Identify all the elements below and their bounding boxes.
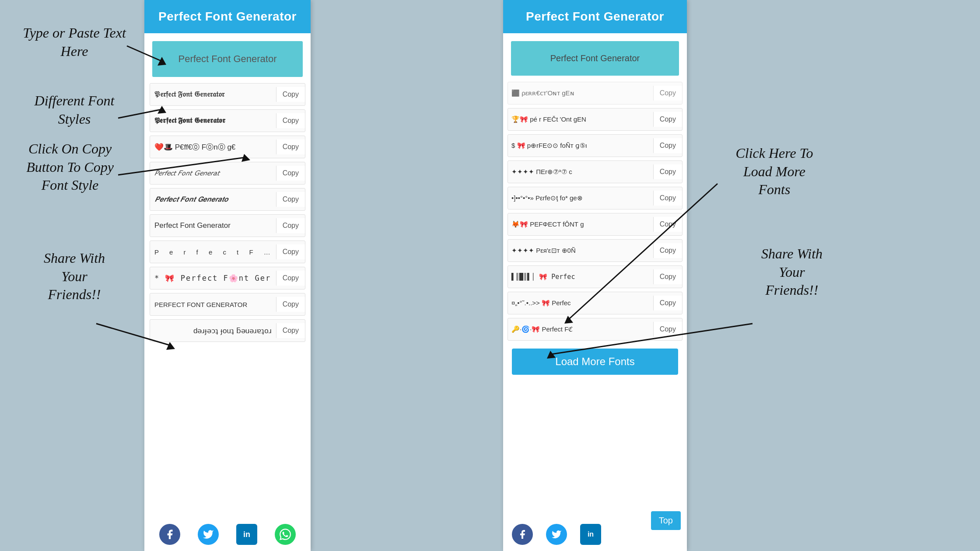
font-text: ▌║█║▌│ 🎀 Perfec <box>508 270 653 283</box>
right-phone-panel: Perfect Font Generator ⬛ ρεʀʀ€ᴄт'Оɴт gЕɴ… <box>503 0 687 551</box>
right-text-input[interactable] <box>511 41 679 76</box>
font-row: ¤„•°˜.•..>> 🎀 Perfec Copy <box>508 292 682 314</box>
copy-button[interactable]: Copy <box>276 139 305 154</box>
copy-button[interactable]: Copy <box>653 138 682 153</box>
annotation-load-more: Click Here ToLoad MoreFonts <box>718 144 831 199</box>
font-row: * 🎀 Perfect F🌸nt Ger Copy <box>150 267 305 289</box>
font-row: 𝔓𝔢𝔯𝔣𝔢𝔠𝔱 𝔉𝔬𝔫𝔱 𝔊𝔢𝔫𝔢𝔯𝔞𝔱𝔬𝔯 Copy <box>150 83 305 106</box>
font-text: 🏆🎀 pé r FEČt 'Оnt gЕN <box>508 113 653 126</box>
facebook-share-button[interactable] <box>159 524 180 545</box>
font-row: 𝘗𝘦𝘳𝘧𝘦𝘤𝘵 𝘍𝘰𝘯𝘵 𝘎𝘦𝘯𝘦𝘳𝘢𝘵 Copy <box>150 162 305 185</box>
right-twitter-button[interactable] <box>546 524 567 545</box>
font-text: PERFECT FONT GENERATOR <box>150 297 276 312</box>
left-phone-panel: Perfect Font Generator 𝔓𝔢𝔯𝔣𝔢𝔠𝔱 𝔉𝔬𝔫𝔱 𝔊𝔢𝔫𝔢… <box>144 0 311 551</box>
font-row: ▌║█║▌│ 🎀 Perfec Copy <box>508 265 682 288</box>
font-text: P e r f e c t F o n t <box>150 245 276 259</box>
copy-button[interactable]: Copy <box>653 191 682 206</box>
font-row: 🔑·🌀·🎀 Perfect Fℭ Copy <box>508 318 682 341</box>
linkedin-share-button[interactable]: in <box>236 524 257 545</box>
font-row: 🦊🎀 PΕFΦΕCΤ fÔNТ g Copy <box>508 213 682 236</box>
font-row: 𝕻𝖊𝖗𝖋𝖊𝖈𝖙 𝕱𝖔𝖓𝖙 𝕲𝖊𝖓𝖊𝖗𝖆𝖙𝖔𝖗 Copy <box>150 109 305 132</box>
font-row: PERFECT FONT GENERATOR Copy <box>150 293 305 316</box>
font-row: $ 🎀 p⊕rFE⊙⊙ foÑт ɡ⑤ı Copy <box>508 134 682 157</box>
copy-button[interactable]: Copy <box>276 244 305 259</box>
font-text: ¤„•°˜.•..>> 🎀 Perfec <box>508 296 653 310</box>
copy-button[interactable]: Copy <box>653 269 682 284</box>
font-text: 𝙋𝙚𝙧𝙛𝙚𝙘𝙩 𝙁𝙤𝙣𝙩 𝙂𝙚𝙣𝙚𝙧𝙖𝙩𝙤 <box>150 192 276 207</box>
copy-button[interactable]: Copy <box>653 243 682 258</box>
copy-button[interactable]: Copy <box>653 322 682 337</box>
copy-button[interactable]: Copy <box>653 296 682 310</box>
twitter-share-button[interactable] <box>198 524 219 545</box>
left-panel-header: Perfect Font Generator <box>144 0 311 33</box>
copy-button[interactable]: Copy <box>276 271 305 286</box>
annotation-share-right: Share WithYourFriends!! <box>739 245 844 300</box>
annotation-copy-button: Click On CopyButton To CopyFont Style <box>9 140 131 195</box>
font-row: Perfect Font Generator Copy <box>150 214 305 237</box>
font-row: ✦✦✦✦ ΠΕr⊕⑦ᵃ⑦ c Copy <box>508 160 682 183</box>
font-text: 🦊🎀 PΕFΦΕCΤ fÔNТ g <box>508 218 653 231</box>
text-input[interactable] <box>152 41 303 77</box>
copy-button[interactable]: Copy <box>653 86 682 101</box>
font-row: 𝙋𝙚𝙧𝙛𝙚𝙘𝙩 𝙁𝙤𝙣𝙩 𝙂𝙚𝙣𝙚𝙧𝙖𝙩𝙤 Copy <box>150 188 305 211</box>
font-row: ⬛ ρεʀʀ€ᴄт'Оɴт gЕɴ Copy <box>508 82 682 105</box>
font-text: 𝘗𝘦𝘳𝘧𝘦𝘤𝘵 𝘍𝘰𝘯𝘵 𝘎𝘦𝘯𝘦𝘳𝘢𝘵 <box>150 165 276 181</box>
copy-button[interactable]: Copy <box>653 164 682 179</box>
copy-button[interactable]: Copy <box>276 87 305 102</box>
font-text: 𝔓𝔢𝔯𝔣𝔢𝔠𝔱 𝔉𝔬𝔫𝔱 𝔊𝔢𝔫𝔢𝔯𝔞𝔱𝔬𝔯 <box>150 87 276 102</box>
font-text: Perfect Font Generator <box>150 218 276 234</box>
copy-button[interactable]: Copy <box>653 112 682 127</box>
annotation-font-styles: Different FontStyles <box>13 92 136 128</box>
right-panel-header: Perfect Font Generator <box>503 0 687 33</box>
font-row: ❤️🎩 P€ff€⓪ F⓪n⓪ g€ Copy <box>150 136 305 158</box>
top-button[interactable]: Top <box>651 511 681 530</box>
right-facebook-button[interactable] <box>512 524 533 545</box>
font-row: 🏆🎀 pé r FEČt 'Оnt gЕN Copy <box>508 108 682 131</box>
copy-button[interactable]: Copy <box>276 166 305 181</box>
copy-button[interactable]: Copy <box>276 192 305 207</box>
copy-button[interactable]: Copy <box>653 217 682 232</box>
font-text: * 🎀 Perfect F🌸nt Ger <box>150 270 276 286</box>
font-text: ❤️🎩 P€ff€⓪ F⓪n⓪ g€ <box>150 139 276 156</box>
copy-button[interactable]: Copy <box>276 323 305 338</box>
annotation-type-paste: Type or Paste Text Here <box>13 24 136 60</box>
whatsapp-share-button[interactable] <box>275 524 296 545</box>
copy-button[interactable]: Copy <box>276 218 305 233</box>
font-text: 𝕻𝖊𝖗𝖋𝖊𝖈𝖙 𝕱𝖔𝖓𝖙 𝕲𝖊𝖓𝖊𝖗𝖆𝖙𝖔𝖗 <box>150 113 276 129</box>
font-text: ⬛ ρεʀʀ€ᴄт'Оɴт gЕɴ <box>508 87 653 100</box>
copy-button[interactable]: Copy <box>276 113 305 128</box>
font-text: $ 🎀 p⊕rFE⊙⊙ foÑт ɡ⑤ı <box>508 139 653 152</box>
font-row: •]••°•°•» Pεrfe⊙ţ fo* ge⊗ Copy <box>508 187 682 209</box>
copy-button[interactable]: Copy <box>276 297 305 312</box>
social-share-row: in <box>144 516 311 551</box>
font-row: ✦✦✦✦ Pεя'ε⊡т ⊕0Ñ Copy <box>508 239 682 262</box>
font-text: ✦✦✦✦ Pεя'ε⊡т ⊕0Ñ <box>508 244 653 257</box>
annotation-share-left: Share WithYourFriends!! <box>26 249 122 304</box>
font-text: ɹoʇɐɹǝuǝƃ ʇuoɟ ʇɔǝɟɹǝd <box>150 323 276 339</box>
font-row: ɹoʇɐɹǝuǝƃ ʇuoɟ ʇɔǝɟɹǝd Copy <box>150 319 305 342</box>
font-row: P e r f e c t F o n t Copy <box>150 241 305 263</box>
right-social-row: in Top <box>503 518 687 551</box>
load-more-button[interactable]: Load More Fonts <box>512 349 678 375</box>
font-text: 🔑·🌀·🎀 Perfect Fℭ <box>508 323 653 336</box>
font-text: ✦✦✦✦ ΠΕr⊕⑦ᵃ⑦ c <box>508 165 653 178</box>
font-text: •]••°•°•» Pεrfe⊙ţ fo* ge⊗ <box>508 192 653 205</box>
right-linkedin-button[interactable]: in <box>580 524 601 545</box>
